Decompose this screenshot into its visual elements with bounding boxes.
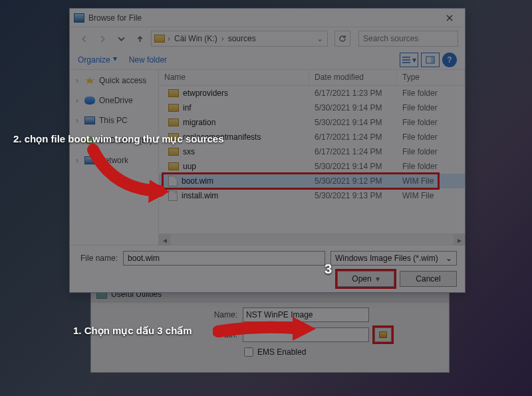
scroll-right[interactable]: ▸ xyxy=(454,234,465,246)
file-icon xyxy=(168,190,178,201)
file-type: File folder xyxy=(397,162,465,171)
file-type: WIM File xyxy=(397,176,465,186)
file-icon xyxy=(168,176,178,186)
sidebar-item-cloud[interactable]: ›OneDrive xyxy=(71,94,157,107)
file-type: File folder xyxy=(397,89,465,98)
svg-rect-1 xyxy=(431,57,434,63)
open-button[interactable]: Open ▾ xyxy=(337,271,394,287)
preview-pane-button[interactable] xyxy=(421,53,440,67)
breadcrumb-seg[interactable]: Cài Win (K:) xyxy=(173,34,219,43)
filetype-text: Windows Image Files (*.wim) xyxy=(335,254,438,263)
file-date: 5/30/2021 9:13 PM xyxy=(309,191,397,200)
folder-icon xyxy=(379,331,387,338)
bg-path-input[interactable] xyxy=(243,327,369,342)
file-name: migration xyxy=(183,118,215,127)
ems-checkbox[interactable] xyxy=(244,347,253,357)
file-name: etwproviders xyxy=(183,89,228,98)
chevron-down-icon: ⌄ xyxy=(446,254,452,263)
chevron-right-icon: › xyxy=(220,34,225,43)
bg-name-input[interactable] xyxy=(243,307,369,322)
file-row[interactable]: boot.wim5/30/2021 9:12 PMWIM File xyxy=(159,174,465,188)
file-type: WIM File xyxy=(397,191,465,200)
open-label: Open xyxy=(352,274,371,284)
organize-menu[interactable]: Organize xyxy=(78,55,110,65)
file-date: 6/17/2021 1:24 PM xyxy=(309,147,397,156)
file-date: 5/30/2021 9:14 PM xyxy=(309,103,397,112)
pc-icon xyxy=(84,116,95,124)
scroll-left[interactable]: ◂ xyxy=(159,234,170,246)
file-type: File folder xyxy=(397,103,465,112)
col-type[interactable]: Type xyxy=(397,70,465,85)
nav-tree[interactable]: ›Quick access›OneDrive›This PC›DVD Drive… xyxy=(70,70,159,245)
filename-label: File name: xyxy=(78,254,118,263)
star-icon xyxy=(84,77,95,85)
preview-icon xyxy=(426,56,435,64)
sidebar-item-net[interactable]: ›Network xyxy=(71,154,157,167)
up-button[interactable] xyxy=(132,31,147,46)
list-icon xyxy=(402,56,411,64)
col-name[interactable]: Name xyxy=(159,70,309,85)
file-rows[interactable]: etwproviders6/17/2021 1:23 PMFile folder… xyxy=(159,86,465,234)
sidebar-label: Quick access xyxy=(99,76,146,85)
chevron-right-icon: › xyxy=(74,76,80,85)
h-scrollbar[interactable]: ◂ ▸ xyxy=(159,234,465,245)
title-bar[interactable]: Browse for File xyxy=(70,9,465,27)
file-row[interactable]: install.wim5/30/2021 9:13 PMWIM File xyxy=(159,188,465,203)
filename-input[interactable] xyxy=(123,251,325,266)
back-button[interactable] xyxy=(76,31,91,46)
dialog-footer: File name: Windows Image Files (*.wim) ⌄… xyxy=(70,245,465,292)
file-date: 6/17/2021 1:23 PM xyxy=(309,89,397,98)
sidebar-label: OneDrive xyxy=(99,96,133,105)
file-name: install.wim xyxy=(182,191,218,200)
sidebar-item-pc[interactable]: ›This PC xyxy=(71,114,157,127)
chevron-right-icon: › xyxy=(74,136,80,145)
file-name: sxs xyxy=(183,147,195,156)
disc-icon xyxy=(84,136,95,144)
cloud-icon xyxy=(84,97,95,104)
file-row[interactable]: etwproviders6/17/2021 1:23 PMFile folder xyxy=(159,86,465,100)
path-browse-button[interactable] xyxy=(374,327,392,342)
chevron-down-icon: ▾ xyxy=(113,54,117,63)
sidebar-item-star[interactable]: ›Quick access xyxy=(71,74,157,87)
toolbar: Organize ▾ New folder ▾ ? xyxy=(70,50,465,70)
nav-row: › Cài Win (K:) › sources ⌄ xyxy=(70,27,465,50)
refresh-button[interactable] xyxy=(334,31,350,47)
file-row[interactable]: uup5/30/2021 9:14 PMFile folder xyxy=(159,159,465,174)
folder-icon xyxy=(168,148,179,156)
sidebar-item-disc[interactable]: ›DVD Drive (D:) xyxy=(71,134,157,147)
chevron-right-icon: › xyxy=(166,34,172,43)
file-row[interactable]: replacementmanifests6/17/2021 1:24 PMFil… xyxy=(159,130,465,144)
file-row[interactable]: inf5/30/2021 9:14 PMFile folder xyxy=(159,100,465,115)
file-date: 5/30/2021 9:14 PM xyxy=(309,162,397,171)
breadcrumb-seg[interactable]: sources xyxy=(227,34,257,43)
file-date: 5/30/2021 9:12 PM xyxy=(309,176,397,186)
col-date[interactable]: Date modified xyxy=(309,70,397,85)
folder-icon xyxy=(168,118,179,126)
chevron-down-icon: ▾ xyxy=(376,274,380,284)
chevron-down-icon: ▾ xyxy=(412,55,416,65)
file-type: File folder xyxy=(397,132,465,142)
help-button[interactable]: ? xyxy=(442,53,457,67)
background-window: Useful Utilities Name: Path: EMS Enabled xyxy=(90,286,450,373)
bg-path-label: Path: xyxy=(204,330,237,339)
filetype-select[interactable]: Windows Image Files (*.wim) ⌄ xyxy=(331,251,457,266)
file-name: boot.wim xyxy=(182,176,213,186)
file-row[interactable]: migration5/30/2021 9:14 PMFile folder xyxy=(159,115,465,130)
file-row[interactable]: sxs6/17/2021 1:24 PMFile folder xyxy=(159,144,465,159)
address-bar[interactable]: › Cài Win (K:) › sources ⌄ xyxy=(151,31,328,47)
folder-icon xyxy=(168,104,179,112)
newfolder-button[interactable]: New folder xyxy=(129,55,167,65)
search-input[interactable] xyxy=(358,31,458,47)
file-name: uup xyxy=(183,162,196,171)
chevron-down-icon[interactable]: ⌄ xyxy=(315,34,325,43)
cancel-button[interactable]: Cancel xyxy=(400,271,457,287)
recent-button[interactable] xyxy=(114,31,128,46)
view-options-button[interactable]: ▾ xyxy=(400,53,418,67)
column-headers[interactable]: Name Date modified Type xyxy=(159,70,465,86)
forward-button[interactable] xyxy=(95,31,110,46)
dialog-icon xyxy=(74,13,84,23)
cancel-label: Cancel xyxy=(416,274,440,284)
folder-icon xyxy=(168,133,179,141)
close-button[interactable] xyxy=(438,11,461,25)
bg-name-label: Name: xyxy=(204,310,237,319)
